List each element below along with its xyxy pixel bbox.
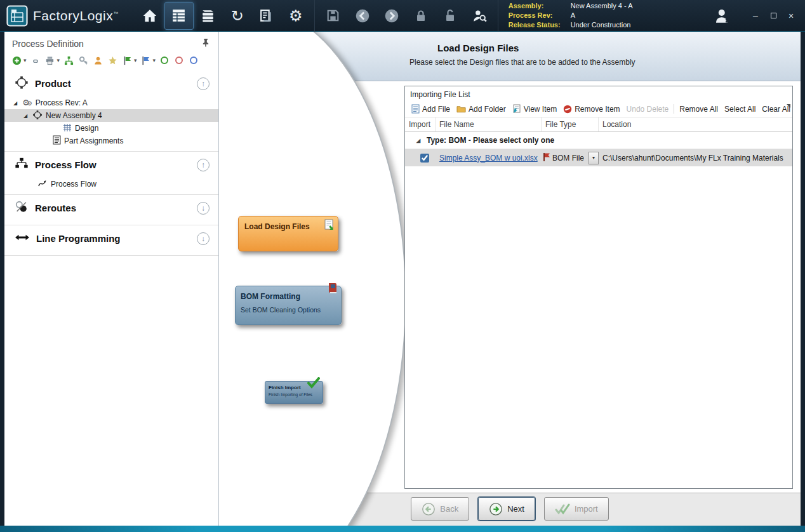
expand-line-programming-button[interactable]: ↓ — [197, 232, 210, 245]
import-checkbox[interactable] — [420, 154, 429, 163]
file-list-title: Importing File List — [405, 86, 792, 102]
select-all-button[interactable]: Select All — [722, 103, 758, 115]
remove-item-button[interactable]: Remove Item — [561, 103, 622, 115]
location-cell: C:\Users\ahunt\Documents\My FLx Training… — [599, 154, 792, 163]
step-load-design-files[interactable]: Load Design Files — [238, 216, 338, 251]
column-location[interactable]: Location — [599, 117, 792, 131]
tree-item-label: Design — [75, 124, 98, 133]
line-programming-icon — [15, 230, 30, 246]
next-button[interactable]: Next — [478, 497, 535, 521]
undo-delete-button[interactable]: Undo Delete — [624, 103, 672, 115]
file-name-link[interactable]: Simple Assy_BOM w uoi.xlsx — [439, 154, 538, 163]
column-file-name[interactable]: File Name — [436, 117, 542, 131]
collapse-process-flow-button[interactable]: ↑ — [197, 159, 210, 171]
import-button[interactable]: Import — [544, 497, 609, 521]
section-label: Line Programming — [36, 233, 121, 244]
add-item-button[interactable] — [11, 55, 22, 66]
find-user-button[interactable] — [465, 2, 494, 30]
expander-icon[interactable]: ◢ — [13, 100, 19, 106]
panel-toolbar: ▾ ▾ — [4, 51, 218, 70]
close-button[interactable]: × — [783, 10, 799, 22]
bom-flag-icon — [543, 152, 550, 164]
assembly-value: New Assembly 4 - A — [571, 1, 633, 11]
minimize-button[interactable]: – — [748, 10, 763, 22]
file-type-dropdown-button[interactable]: ▾ — [589, 152, 599, 164]
expand-reroutes-button[interactable]: ↓ — [197, 202, 210, 215]
file-row[interactable]: Simple Assy_BOM w uoi.xlsx BOM File ▾ C:… — [405, 149, 792, 166]
tree-item-label: Process Flow — [51, 180, 96, 189]
sync-icon: ↻ — [231, 8, 244, 23]
tree-item-label: Part Assignments — [64, 136, 123, 145]
tree-item-label: Process Rev: A — [36, 98, 88, 107]
section-label: Process Flow — [35, 159, 96, 170]
add-folder-button[interactable]: Add Folder — [454, 103, 509, 115]
link-button[interactable] — [30, 55, 41, 66]
view-item-button[interactable]: View Item — [510, 103, 559, 115]
release-status-label: Release Status: — [509, 20, 561, 30]
process-definition-button[interactable] — [164, 2, 194, 30]
column-file-type[interactable]: File Type — [542, 117, 599, 131]
tree-item-design[interactable]: Design — [4, 122, 218, 135]
tree-item-assembly[interactable]: ◢ New Assembly 4 — [4, 109, 218, 122]
flow-curve-icon — [37, 179, 48, 190]
release-flag-button[interactable] — [140, 55, 152, 66]
start-icon — [161, 57, 168, 64]
column-import[interactable]: Import — [405, 117, 436, 131]
wizard-curve — [219, 32, 406, 526]
step-label: BOM Formatting — [236, 286, 341, 301]
pause-button[interactable] — [188, 55, 199, 66]
main-toolbar: ↻ ⚙ — [135, 0, 494, 32]
key-button[interactable] — [77, 55, 89, 66]
toolbar-overflow-icon[interactable] — [787, 104, 790, 108]
section-header-product[interactable]: Product ↑ — [4, 70, 218, 96]
tree-item-process-rev[interactable]: ◢ ⚙⚙ Process Rev: A — [4, 96, 218, 109]
stop-button[interactable] — [173, 55, 185, 66]
expander-icon[interactable]: ◢ — [23, 113, 29, 119]
tree-item-process-flow[interactable]: Process Flow — [4, 178, 218, 190]
materials-button[interactable] — [194, 2, 223, 30]
logout-user-button[interactable] — [709, 2, 736, 30]
section-header-line-programming[interactable]: Line Programming ↓ — [4, 225, 218, 251]
group-header-bom[interactable]: ◢ Type: BOM - Please select only one — [405, 132, 792, 149]
user-role-button[interactable] — [92, 55, 103, 66]
start-button[interactable] — [159, 55, 170, 66]
section-process-flow: Process Flow ↑ Process Flow — [4, 152, 218, 195]
section-header-reroutes[interactable]: Reroutes ↓ — [4, 195, 218, 221]
maximize-icon — [771, 13, 776, 18]
page-subtitle: Please select the Design files that are … — [409, 58, 635, 67]
settings-button[interactable]: ⚙ — [281, 2, 310, 30]
process-rev-label: Process Rev: — [509, 11, 561, 20]
back-button[interactable]: Back — [411, 497, 469, 521]
home-button[interactable] — [135, 2, 164, 30]
step-finish-import[interactable]: Finish Import Finish Importing of Files — [265, 381, 323, 404]
maximize-button[interactable] — [766, 10, 781, 22]
file-type-value: BOM File — [552, 154, 584, 163]
print-caret-icon[interactable]: ▾ — [57, 57, 60, 63]
documents-button[interactable] — [252, 2, 281, 30]
back-nav-button[interactable] — [348, 2, 377, 30]
step-bom-formatting[interactable]: BOM Formatting Set BOM Cleaning Options — [235, 286, 342, 325]
step-description: Set BOM Cleaning Options — [236, 301, 341, 314]
forward-nav-button[interactable] — [377, 2, 406, 30]
section-header-process-flow[interactable]: Process Flow ↑ — [4, 152, 218, 178]
release-flag-caret-icon[interactable]: ▾ — [153, 57, 156, 63]
section-reroutes: Reroutes ↓ — [4, 195, 218, 225]
sync-button[interactable]: ↻ — [223, 2, 252, 30]
group-expander-icon[interactable]: ◢ — [416, 138, 422, 143]
tree-item-part-assignments[interactable]: Part Assignments — [4, 135, 218, 147]
export-tree-button[interactable] — [63, 55, 74, 66]
remove-all-button[interactable]: Remove All — [677, 103, 721, 115]
add-file-button[interactable]: Add File — [409, 103, 453, 115]
trademark: ™ — [113, 11, 119, 17]
save-button[interactable] — [319, 2, 348, 30]
assembly-info: Assembly: New Assembly 4 - A Process Rev… — [509, 1, 633, 30]
publish-flag-button[interactable] — [121, 55, 133, 66]
collapse-product-button[interactable]: ↑ — [197, 77, 210, 90]
pin-icon[interactable] — [202, 38, 210, 49]
print-button[interactable] — [44, 55, 56, 66]
effects-button[interactable] — [107, 55, 118, 66]
unlock-button[interactable] — [436, 2, 465, 30]
publish-flag-caret-icon[interactable]: ▾ — [134, 57, 137, 63]
add-item-caret-icon[interactable]: ▾ — [23, 57, 27, 63]
lock-button[interactable] — [406, 2, 436, 30]
